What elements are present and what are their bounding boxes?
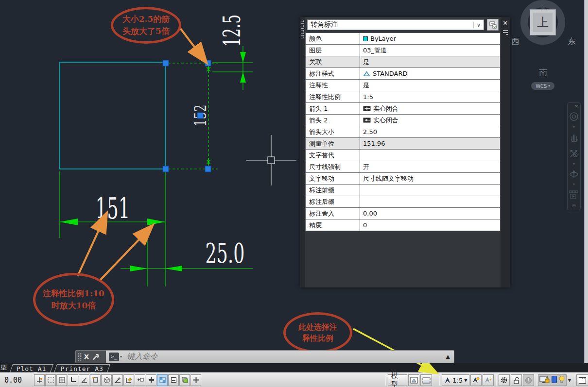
property-row-dimline-forced: 尺寸线强制 开 <box>306 161 500 173</box>
property-row-text-movement: 文字移动 尺寸线随文字移动 <box>306 173 500 185</box>
palette-drag-handle[interactable] <box>300 17 305 287</box>
chevron-down-icon[interactable]: ▾ <box>568 162 580 167</box>
property-row-prefix: 标注前缀 <box>306 185 500 196</box>
lock-ui-button[interactable] <box>511 374 522 386</box>
close-icon[interactable]: X <box>82 353 92 360</box>
annotation-visibility-icon <box>472 377 480 384</box>
coordinates-display: 0.00 <box>0 376 32 385</box>
property-row-color: 颜色 ByLayer <box>306 33 500 45</box>
annotation-monitor-toggle[interactable] <box>190 374 201 386</box>
navigation-wheel-icon[interactable] <box>568 109 580 125</box>
quick-view-layouts-icon <box>422 377 431 384</box>
property-row-dimstyle: 标注样式 STANDARD <box>306 68 500 80</box>
palette-title-bar: ✕ <box>501 17 510 287</box>
status-bar: 0.00 <box>0 372 588 387</box>
property-row-suffix: 标注后缀 <box>306 196 500 208</box>
dim-text-12-5: 12.5 <box>219 15 245 47</box>
quick-select-icon <box>489 21 497 29</box>
navigation-bar: ✕ ▾ ▾ ▾ ⊖ <box>567 102 581 210</box>
selection-cycling-toggle[interactable] <box>179 374 190 386</box>
chevron-down-icon[interactable]: ▾ <box>120 354 122 359</box>
command-bar-drag-handle[interactable] <box>77 353 82 361</box>
property-row-measurement: 测量单位 151.96 <box>306 138 500 150</box>
unlock-icon <box>513 377 520 384</box>
property-row-associative: 关联 是 <box>306 56 500 68</box>
showmotion-icon[interactable] <box>568 187 580 203</box>
viewcube: 北 西 东 南 上 WCS ▾ <box>505 0 583 97</box>
object-snap-tracking-toggle[interactable] <box>112 374 123 386</box>
customize-wrench-icon[interactable] <box>92 353 100 361</box>
layout-button[interactable] <box>408 374 419 386</box>
performance-tuner-button[interactable] <box>523 374 534 386</box>
object-type-label: 转角标注 <box>311 20 338 29</box>
ortho-mode-toggle[interactable] <box>68 374 78 386</box>
compass-east[interactable]: 东 <box>568 36 576 47</box>
object-snap-toggle[interactable] <box>90 374 101 386</box>
callout-annotative-scale: 注释性比例1:10 时放大10倍 <box>33 273 114 326</box>
workspace-switching-button[interactable] <box>499 374 510 386</box>
property-row-arrow2: 箭头 2 实心闭合 <box>306 115 500 126</box>
dimension-12-5[interactable] <box>212 46 253 90</box>
property-row-annotative-scale: 注释性比例 1:5 <box>306 91 500 103</box>
isolate-objects-button[interactable] <box>558 375 565 385</box>
tab-printer-a3[interactable]: Printer_A3 <box>54 364 110 372</box>
3d-object-snap-toggle[interactable] <box>101 374 112 386</box>
rectangle-geometry[interactable] <box>60 62 165 169</box>
close-icon[interactable]: ✕ <box>574 103 580 109</box>
close-icon[interactable]: ✕ <box>503 19 508 27</box>
dimension-text-labels: 151 25.0 12.5 152 <box>96 15 245 269</box>
property-row-arrow1: 箭头 1 实心闭合 <box>306 103 500 115</box>
command-input[interactable]: >_ ▾ 键入命令 ▲ <box>106 351 454 363</box>
polar-tracking-toggle[interactable] <box>79 374 89 386</box>
command-prompt-icon[interactable]: >_ <box>109 353 119 361</box>
annotation-visibility-button[interactable] <box>470 374 482 386</box>
annotation-scale-value: 1:5 <box>452 377 463 384</box>
quick-select-button[interactable] <box>487 19 499 31</box>
wcs-dropdown[interactable]: WCS ▾ <box>531 82 554 90</box>
blue-book-icon <box>551 375 557 384</box>
property-row-arrow-size: 箭头大小 2.50 <box>306 126 500 138</box>
grid-display-toggle[interactable] <box>56 374 67 386</box>
object-type-dropdown[interactable]: 转角标注 ∨ <box>307 19 484 30</box>
viewcube-top-face[interactable]: 上 <box>530 9 556 35</box>
autoscale-button[interactable] <box>483 374 494 386</box>
clean-screen-button[interactable] <box>576 374 588 386</box>
dim-text-151: 151 <box>96 192 130 226</box>
property-row-rounding: 标注舍入 0.00 <box>306 208 500 219</box>
annotation-scale-button[interactable]: 1:5 ▼ <box>442 374 469 386</box>
model-space-button[interactable]: 模型 <box>388 374 407 386</box>
chevron-down-icon: ▾ <box>548 84 550 88</box>
tab-plot-a1[interactable]: Plot_A1 <box>10 364 53 372</box>
infer-constraints-toggle[interactable] <box>34 374 45 386</box>
vertical-scrollbar[interactable] <box>584 0 588 372</box>
chevron-down-icon[interactable]: ∨ <box>473 22 484 28</box>
tab-model-partial[interactable]: 型 <box>0 363 8 372</box>
show-lineweight-toggle[interactable] <box>146 374 156 386</box>
chevron-down-icon[interactable]: ▾ <box>568 182 580 187</box>
orbit-icon[interactable] <box>568 166 580 182</box>
monitor-lock-icon <box>539 375 550 384</box>
show-transparency-toggle[interactable] <box>157 374 168 386</box>
zoom-extents-icon[interactable] <box>568 146 580 162</box>
gear-icon <box>500 376 508 384</box>
auto-hide-icon[interactable] <box>502 30 509 35</box>
status-flyout-chevron[interactable]: ▼ <box>568 378 571 383</box>
autoscale-icon <box>484 377 492 384</box>
dynamic-ucs-toggle[interactable] <box>123 374 134 386</box>
performance-dial-icon <box>525 377 532 384</box>
quick-view-layouts-button[interactable] <box>420 374 432 386</box>
dynamic-input-toggle[interactable] <box>135 374 145 386</box>
hardware-acceleration-button[interactable] <box>539 375 550 386</box>
property-row-layer: 图层 03_管道 <box>306 45 500 56</box>
snap-mode-toggle[interactable] <box>45 374 56 386</box>
command-history-expand-icon[interactable]: ▲ <box>446 353 450 360</box>
pan-hand-icon[interactable] <box>568 130 580 146</box>
minimize-icon[interactable]: ⊖ <box>572 203 576 210</box>
filled-arrowhead-icon <box>363 106 371 111</box>
chevron-down-icon[interactable]: ▾ <box>568 125 580 130</box>
drawing-standards-button[interactable] <box>551 375 557 385</box>
compass-west[interactable]: 西 <box>511 36 519 47</box>
compass-south[interactable]: 南 <box>539 67 547 78</box>
quick-properties-toggle[interactable] <box>168 374 179 386</box>
chevron-down-icon: ▼ <box>464 378 467 383</box>
